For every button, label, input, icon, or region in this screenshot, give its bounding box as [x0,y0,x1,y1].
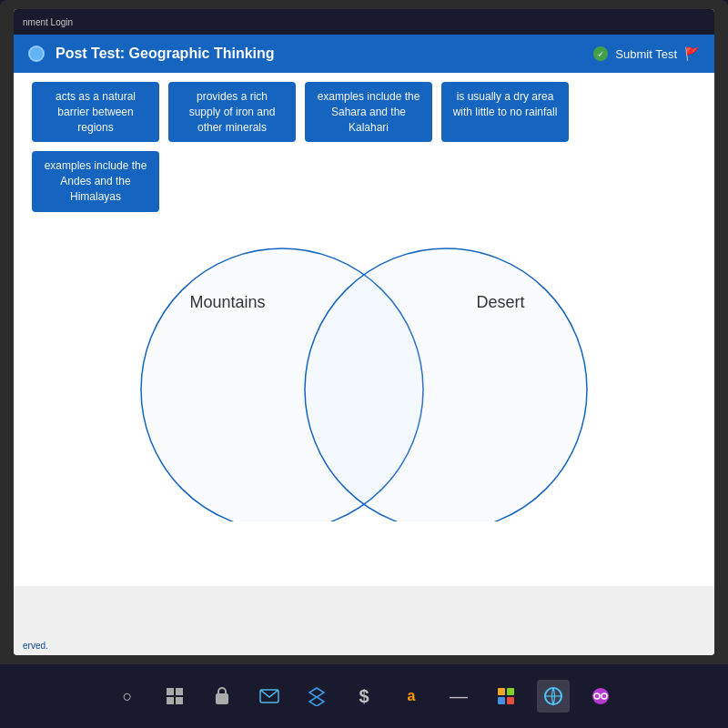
taskbar-search[interactable]: ○ [111,680,144,713]
svg-rect-8 [507,688,514,695]
svg-marker-6 [309,688,324,706]
taskbar: ○ $ a — [0,664,728,728]
svg-rect-9 [498,697,505,704]
taskbar-amazon[interactable]: a [395,680,428,713]
flag-icon: 🚩 [684,46,700,61]
svg-rect-0 [167,688,174,695]
header-right[interactable]: ✓ Submit Test 🚩 [593,46,700,61]
taskbar-extra[interactable] [584,680,617,713]
submit-check-icon: ✓ [593,46,608,61]
svg-rect-2 [167,697,174,704]
taskbar-dropbox[interactable] [300,680,333,713]
content-area: Post Test: Geographic Thinking ✓ Submit … [14,35,714,586]
os-topbar-text: nment Login [23,17,73,27]
drag-label-4[interactable]: is usually a dry area with little to no … [441,82,569,142]
taskbar-dollar[interactable]: $ [348,680,380,713]
svg-rect-4 [216,693,228,704]
svg-rect-3 [176,697,183,704]
venn-right-label: Desert [476,293,524,311]
drag-label-1[interactable]: acts as a natural barrier between region… [32,82,159,142]
os-topbar: nment Login [14,9,714,35]
submit-test-button[interactable]: Submit Test [615,47,677,61]
venn-left-label: Mountains [189,293,265,311]
svg-rect-1 [176,688,183,695]
taskbar-mail[interactable] [253,680,286,713]
taskbar-windows[interactable] [158,680,191,713]
svg-rect-10 [507,697,514,704]
svg-rect-7 [498,688,505,695]
labels-area: acts as a natural barrier between region… [14,73,714,230]
venn-right-circle [305,248,587,521]
header-left: Post Test: Geographic Thinking [28,46,275,62]
venn-diagram-svg: Mountains Desert [55,239,673,521]
drag-label-2[interactable]: provides a rich supply of iron and other… [168,82,296,142]
taskbar-files[interactable] [490,680,522,713]
venn-diagram-area: Mountains Desert [14,230,714,531]
taskbar-security[interactable] [206,680,238,713]
drag-label-3[interactable]: examples include the Sahara and the Kala… [305,82,432,142]
taskbar-browser[interactable] [537,680,570,713]
header-bar: Post Test: Geographic Thinking ✓ Submit … [14,35,714,73]
taskbar-dash[interactable]: — [442,680,475,713]
header-icon [28,46,45,62]
screen: nment Login Post Test: Geographic Thinki… [14,9,714,655]
page-title: Post Test: Geographic Thinking [56,46,275,62]
drag-label-5[interactable]: examples include the Andes and the Himal… [32,151,159,211]
